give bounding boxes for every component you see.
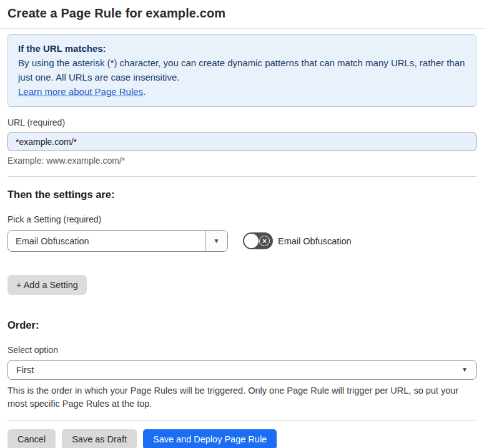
add-setting-button[interactable]: + Add a Setting <box>7 275 87 295</box>
toggle-label: Email Obfuscation <box>278 236 352 246</box>
cancel-button[interactable]: Cancel <box>7 429 56 448</box>
setting-select-value: Email Obfuscation <box>8 231 205 251</box>
footer-divider <box>7 420 477 421</box>
url-input[interactable] <box>7 132 477 151</box>
page-title: Create a Page Rule for example.com <box>7 0 477 21</box>
pick-setting-label: Pick a Setting (required) <box>7 214 477 224</box>
setting-select[interactable]: Email Obfuscation ▼ <box>7 230 228 252</box>
learn-more-link[interactable]: Learn more about Page Rules <box>18 86 143 97</box>
setting-select-caret-button[interactable]: ▼ <box>205 231 227 251</box>
order-section-heading: Order: <box>7 319 477 331</box>
link-suffix: . <box>143 86 146 97</box>
footer-actions: Cancel Save as Draft Save and Deploy Pag… <box>7 429 477 448</box>
url-field-label: URL (required) <box>7 117 477 127</box>
chevron-down-icon: ▼ <box>462 367 468 373</box>
info-box-link-line: Learn more about Page Rules. <box>18 84 466 99</box>
info-box-body: By using the asterisk (*) character, you… <box>18 56 466 84</box>
info-box-heading: If the URL matches: <box>18 41 466 56</box>
order-select[interactable]: First ▼ <box>7 360 477 380</box>
chevron-down-icon: ▼ <box>214 238 220 244</box>
toggle-knob <box>244 234 259 248</box>
section-divider <box>7 176 477 177</box>
setting-row: Email Obfuscation ▼ × Email Obfuscation <box>7 230 477 252</box>
order-select-value: First <box>16 365 34 375</box>
toggle-off-x-icon: × <box>259 236 270 246</box>
url-match-info-box: If the URL matches: By using the asteris… <box>7 34 477 107</box>
page-rule-form: Create a Page Rule for example.com If th… <box>0 0 484 448</box>
order-help-text: This is the order in which your Page Rul… <box>7 384 477 411</box>
save-draft-button[interactable]: Save as Draft <box>62 429 137 448</box>
email-obfuscation-toggle[interactable]: × <box>243 232 273 249</box>
title-divider <box>0 28 484 29</box>
save-deploy-button[interactable]: Save and Deploy Page Rule <box>143 429 277 448</box>
settings-section-heading: Then the settings are: <box>7 189 477 201</box>
order-select-label: Select option <box>7 345 477 355</box>
url-example-text: Example: www.example.com/* <box>7 156 477 166</box>
